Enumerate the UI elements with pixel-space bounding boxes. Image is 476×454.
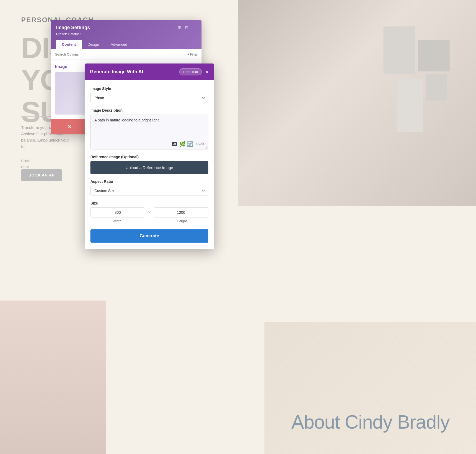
bg-top-right-image [238, 0, 476, 206]
cancel-icon: ✕ [67, 124, 72, 130]
bg-block-2 [418, 40, 450, 71]
aspect-ratio-select[interactable]: Custom Size 1:1 Square 16:9 Landscape 9:… [90, 186, 208, 196]
ai-modal-header: Generate Image With AI Free Trial ✕ [85, 63, 214, 80]
ai-modal-header-right: Free Trial ✕ [179, 68, 209, 75]
image-style-field: Image Style Photo Illustration Painting … [90, 87, 208, 108]
generate-button[interactable]: Generate [90, 229, 208, 243]
width-input[interactable]: 800 [90, 207, 145, 217]
split-view-icon[interactable]: ⊟ [185, 25, 188, 30]
aspect-ratio-section: Aspect Ratio Custom Size 1:1 Square 16:9… [90, 179, 208, 196]
bg-book-button: BOOK AN AP [21, 169, 62, 181]
description-textarea-wrapper: A path in nature leading to a bright lig… [90, 115, 208, 149]
cancel-button[interactable]: ✕ [51, 119, 89, 134]
panel-header: Image Settings ⊞ ⊟ ⋮ Preset: Default • C… [51, 20, 202, 49]
emoji-icon-2[interactable]: 🔄 [187, 141, 194, 147]
emoji-icons: 🌿 🔄 [179, 141, 194, 147]
ai-modal-close-button[interactable]: ✕ [205, 70, 209, 74]
free-trial-badge[interactable]: Free Trial [179, 68, 202, 75]
ai-modal-title: Generate Image With AI [90, 69, 143, 75]
size-section: Size 800 × 1200 Width Height [90, 201, 208, 223]
ai-generate-modal: Generate Image With AI Free Trial ✕ Imag… [85, 63, 214, 249]
image-section-title: Image [55, 64, 67, 69]
search-input[interactable] [55, 52, 187, 56]
upload-reference-button[interactable]: Upload a Reference Image [90, 161, 208, 174]
bg-link-desc: Desc [21, 165, 32, 169]
panel-tabs: Content Design Advanced [56, 40, 196, 49]
size-label: Size [90, 201, 208, 205]
bg-bottom-right-image [264, 322, 476, 454]
reference-image-section: Reference Image (Optional) Upload a Refe… [90, 155, 208, 174]
height-input[interactable]: 1200 [154, 207, 208, 217]
bg-decorative-blocks [331, 26, 463, 185]
tab-design[interactable]: Design [82, 40, 105, 49]
aspect-ratio-label: Aspect Ratio [90, 179, 208, 184]
filter-button[interactable]: + Filter [187, 53, 197, 56]
char-count: 43/200 [196, 142, 205, 146]
bg-divider [21, 116, 53, 117]
bg-block-3 [397, 79, 423, 132]
panel-search-bar: + Filter [51, 49, 202, 60]
description-field: Image Description A path in nature leadi… [90, 108, 208, 149]
width-label: Width [90, 219, 144, 223]
tab-content[interactable]: Content [56, 40, 82, 49]
bg-about-text: About Cindy Bradly [291, 411, 450, 433]
bg-bottom-left-image [0, 301, 106, 454]
panel-preset: Preset: Default • [56, 32, 196, 36]
reference-image-label: Reference Image (Optional) [90, 155, 208, 159]
more-options-icon[interactable]: ⋮ [192, 25, 196, 30]
emoji-icon-1[interactable]: 🌿 [179, 141, 186, 147]
panel-header-top: Image Settings ⊞ ⊟ ⋮ [56, 25, 196, 30]
size-inputs: 800 × 1200 [90, 207, 208, 217]
fullscreen-icon[interactable]: ⊞ [178, 25, 181, 30]
height-label: Height [155, 219, 208, 223]
bg-block-4 [426, 74, 447, 101]
bg-block-1 [383, 26, 415, 74]
tab-advanced[interactable]: Advanced [105, 40, 133, 49]
textarea-resize-handle[interactable] [205, 146, 208, 149]
description-textarea[interactable]: A path in nature leading to a bright lig… [91, 115, 208, 139]
textarea-footer: AI 🌿 🔄 43/200 [91, 140, 208, 149]
description-label: Image Description [90, 108, 208, 112]
bg-link-clinic: Clinic [21, 159, 32, 163]
panel-header-icons: ⊞ ⊟ ⋮ [178, 25, 196, 30]
image-style-select[interactable]: Photo Illustration Painting Sketch Digit… [90, 93, 208, 103]
ai-modal-body: Image Style Photo Illustration Painting … [85, 80, 214, 249]
image-style-label: Image Style [90, 87, 208, 91]
size-x-separator: × [145, 210, 154, 215]
panel-title: Image Settings [56, 25, 90, 30]
ai-badge: AI [172, 142, 177, 146]
size-labels: Width Height [90, 219, 208, 223]
